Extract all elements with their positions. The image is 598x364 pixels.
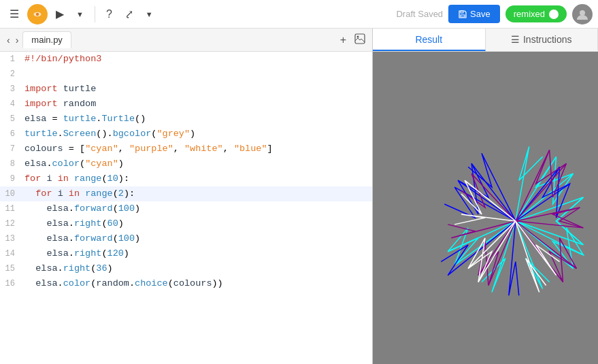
logo-icon — [30, 7, 45, 22]
tab-result-label: Result — [415, 34, 442, 45]
code-content: #!/bin/python3 — [22, 52, 372, 67]
file-tab-main[interactable]: main.py — [22, 31, 71, 48]
code-content: elsa.right(120) — [22, 246, 372, 261]
svg-point-2 — [36, 12, 39, 15]
table-row: 16 elsa.color(random.choice(colours)) — [0, 276, 372, 291]
table-row: 4 import random — [0, 97, 372, 112]
line-number: 5 — [0, 112, 22, 127]
file-tab-label: main.py — [31, 35, 63, 45]
code-content: elsa.forward(100) — [22, 231, 372, 246]
line-number: 12 — [0, 216, 22, 231]
nav-forward-button[interactable]: › — [13, 33, 22, 47]
right-panel: Result ☰ Instructions — [373, 29, 598, 364]
table-row: 13 elsa.forward(100) — [0, 231, 372, 246]
table-row: 8 elsa.color("cyan") — [0, 156, 372, 171]
code-content: elsa.right(36) — [22, 261, 372, 276]
svg-rect-3 — [461, 15, 465, 17]
svg-rect-6 — [355, 34, 365, 44]
code-content: elsa.color(random.choice(colours)) — [22, 276, 372, 291]
table-row: 14 elsa.right(120) — [0, 246, 372, 261]
tab-instructions-label: Instructions — [523, 34, 572, 45]
table-row: 6 turtle.Screen().bgcolor("grey") — [0, 127, 372, 142]
table-row: 12 elsa.right(60) — [0, 216, 372, 231]
more-dropdown-button[interactable]: ▼ — [142, 7, 157, 21]
code-content: colours = ["cyan", "purple", "white", "b… — [22, 142, 372, 156]
line-number: 10 — [0, 186, 22, 201]
line-number: 11 — [0, 201, 22, 216]
separator-1 — [95, 6, 95, 22]
line-number: 1 — [0, 52, 22, 67]
line-number: 2 — [0, 67, 22, 82]
line-number: 8 — [0, 156, 22, 171]
code-content: elsa.right(60) — [22, 216, 372, 231]
main-area: ‹ › main.py + 1 #!/bin/py — [0, 29, 598, 364]
line-number: 3 — [0, 82, 22, 97]
table-row: 10 for i in range(2): — [0, 186, 372, 201]
table-row: 2 — [0, 67, 372, 82]
avatar-icon — [576, 8, 588, 20]
save-button[interactable]: Save — [448, 5, 500, 23]
nav-back-button[interactable]: ‹ — [4, 33, 13, 47]
toolbar: ☰ ▶ ▼ ? ⤤ ▼ Draft Saved Save remixed — [0, 0, 598, 29]
line-number: 14 — [0, 246, 22, 261]
help-button[interactable]: ? — [102, 5, 116, 23]
svg-rect-4 — [461, 11, 463, 13]
line-number: 13 — [0, 231, 22, 246]
turtle-canvas-area — [373, 52, 598, 364]
code-editor[interactable]: 1 #!/bin/python3 2 3 import turtle 4 imp… — [0, 52, 372, 364]
settings-button[interactable] — [352, 32, 368, 48]
file-tabs-bar: ‹ › main.py + — [0, 29, 372, 52]
table-row: 9 for i in range(10): — [0, 171, 372, 186]
remixed-label: remixed — [514, 9, 545, 19]
toolbar-right: Draft Saved Save remixed — [396, 4, 593, 24]
code-content: for i in range(2): — [22, 186, 372, 201]
line-number: 15 — [0, 261, 22, 276]
tab-actions: + — [337, 32, 368, 48]
save-label: Save — [470, 9, 491, 19]
code-content: import turtle — [22, 82, 372, 97]
run-dropdown-button[interactable]: ▼ — [72, 7, 88, 21]
turtle-output — [373, 52, 598, 364]
avatar-button[interactable] — [572, 4, 593, 24]
code-content: elsa = turtle.Turtle() — [22, 112, 372, 127]
editor-panel: ‹ › main.py + 1 #!/bin/py — [0, 29, 373, 364]
hamburger-button[interactable]: ☰ — [5, 5, 23, 23]
draft-saved-label: Draft Saved — [396, 9, 443, 19]
code-content — [22, 67, 372, 82]
svg-point-5 — [580, 10, 585, 16]
line-number: 7 — [0, 142, 22, 156]
save-btn-icon — [458, 10, 467, 19]
table-row: 7 colours = ["cyan", "purple", "white", … — [0, 142, 372, 156]
table-row: 15 elsa.right(36) — [0, 261, 372, 276]
table-row: 1 #!/bin/python3 — [0, 52, 372, 67]
line-number: 6 — [0, 127, 22, 142]
line-number: 16 — [0, 276, 22, 291]
image-icon — [354, 33, 365, 44]
remixed-toggle-button[interactable]: remixed — [505, 5, 567, 22]
table-row: 11 elsa.forward(100) — [0, 201, 372, 216]
share-button[interactable]: ⤤ — [120, 5, 137, 23]
svg-point-7 — [357, 35, 359, 37]
tab-result[interactable]: Result — [373, 29, 486, 51]
line-number: 4 — [0, 97, 22, 112]
code-content: elsa.color("cyan") — [22, 156, 372, 171]
result-tabs-bar: Result ☰ Instructions — [373, 29, 598, 52]
toggle-dot — [549, 10, 559, 19]
code-content: for i in range(10): — [22, 171, 372, 186]
tab-instructions[interactable]: ☰ Instructions — [486, 29, 599, 51]
table-row: 5 elsa = turtle.Turtle() — [0, 112, 372, 127]
code-content: turtle.Screen().bgcolor("grey") — [22, 127, 372, 142]
line-number: 9 — [0, 171, 22, 186]
table-row: 3 import turtle — [0, 82, 372, 97]
logo-button[interactable] — [27, 4, 48, 24]
add-file-button[interactable]: + — [337, 32, 349, 48]
code-content: elsa.forward(100) — [22, 201, 372, 216]
list-icon: ☰ — [511, 34, 520, 45]
code-content: import random — [22, 97, 372, 112]
run-button[interactable]: ▶ — [52, 5, 68, 23]
